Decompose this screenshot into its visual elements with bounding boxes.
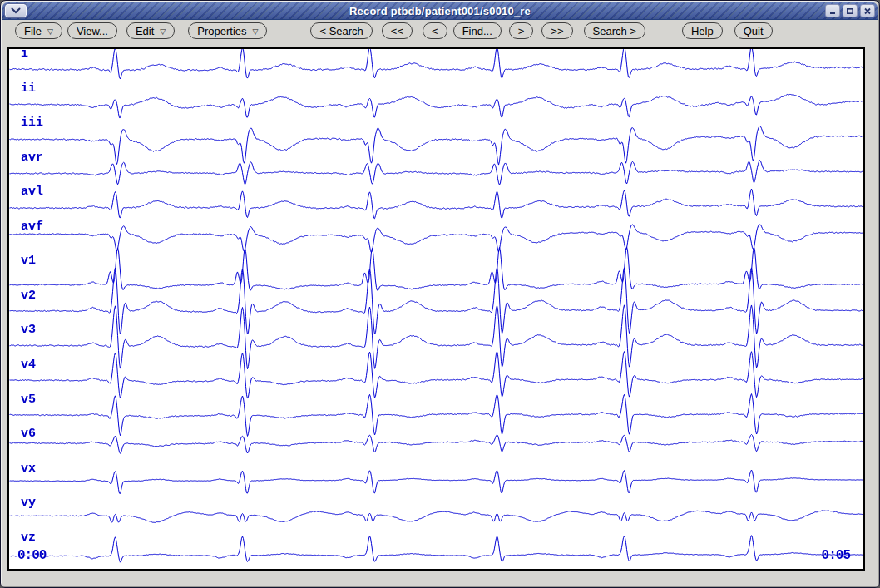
help-label: Help xyxy=(691,25,714,37)
titlebar[interactable]: Record ptbdb/patient001/s0010_re xyxy=(2,2,878,20)
ecg-panel: iiiiiiavravlavfv1v2v3v4v5v6vxvyvz 0:00 0… xyxy=(7,47,865,571)
channel-label-v2: v2 xyxy=(21,289,36,304)
channel-label-i: i xyxy=(21,47,28,62)
channel-label-avr: avr xyxy=(21,151,43,166)
channel-label-v3: v3 xyxy=(21,323,36,338)
channel-label-ii: ii xyxy=(21,82,36,96)
close-button[interactable] xyxy=(860,4,875,17)
rewind-button[interactable]: << xyxy=(382,22,413,39)
fast-forward-label: >> xyxy=(551,25,563,37)
channel-label-v4: v4 xyxy=(21,358,36,373)
step-back-button[interactable]: < xyxy=(423,22,447,39)
app-window: Record ptbdb/patient001/s0010_re File xyxy=(0,0,880,588)
dropdown-icon: ▽ xyxy=(160,28,166,36)
rewind-label: << xyxy=(391,25,403,37)
file-button[interactable]: File ▽ xyxy=(15,22,62,39)
close-icon xyxy=(863,7,872,15)
minimize-button[interactable] xyxy=(825,4,840,17)
quit-label: Quit xyxy=(744,25,764,37)
search-forward-label: Search > xyxy=(593,25,636,37)
step-back-label: < xyxy=(432,25,438,37)
toolbar: File ▽ View... Edit ▽ Properties ▽ < Sea… xyxy=(2,20,878,42)
maximize-icon xyxy=(846,7,854,15)
window-title: Record ptbdb/patient001/s0010_re xyxy=(2,5,878,17)
time-start-label: 0:00 xyxy=(17,548,46,563)
channel-label-v5: v5 xyxy=(21,393,36,408)
minimize-icon xyxy=(828,7,837,15)
search-forward-button[interactable]: Search > xyxy=(584,22,645,39)
view-button[interactable]: View... xyxy=(67,22,117,39)
ecg-canvas[interactable] xyxy=(9,49,863,569)
time-end-label: 0:05 xyxy=(822,548,850,563)
step-forward-button[interactable]: > xyxy=(509,22,534,39)
fast-forward-button[interactable]: >> xyxy=(541,22,572,39)
file-button-label: File xyxy=(24,25,42,37)
quit-button[interactable]: Quit xyxy=(734,22,773,39)
find-label: Find... xyxy=(462,25,492,37)
channel-label-avf: avf xyxy=(21,220,43,235)
search-back-button[interactable]: < Search xyxy=(310,22,372,39)
dropdown-icon: ▽ xyxy=(253,28,259,36)
channel-label-vy: vy xyxy=(21,496,36,511)
status-bar xyxy=(2,571,878,586)
step-forward-label: > xyxy=(518,25,525,37)
channel-label-vx: vx xyxy=(21,462,36,477)
properties-button-label: Properties xyxy=(197,25,246,37)
edit-button[interactable]: Edit ▽ xyxy=(126,22,175,39)
channel-label-v6: v6 xyxy=(21,427,36,442)
channel-label-avl: avl xyxy=(21,185,43,200)
find-button[interactable]: Find... xyxy=(453,22,502,39)
channel-label-vz: vz xyxy=(21,531,36,546)
properties-button[interactable]: Properties ▽ xyxy=(188,22,267,39)
dropdown-icon: ▽ xyxy=(47,28,53,36)
window-controls xyxy=(825,4,875,17)
channel-label-iii: iii xyxy=(21,116,43,131)
maximize-button[interactable] xyxy=(843,4,858,17)
view-button-label: View... xyxy=(77,25,108,37)
channel-label-v1: v1 xyxy=(21,254,36,269)
search-back-label: < Search xyxy=(319,25,363,37)
edit-button-label: Edit xyxy=(136,25,154,37)
help-button[interactable]: Help xyxy=(682,22,723,39)
